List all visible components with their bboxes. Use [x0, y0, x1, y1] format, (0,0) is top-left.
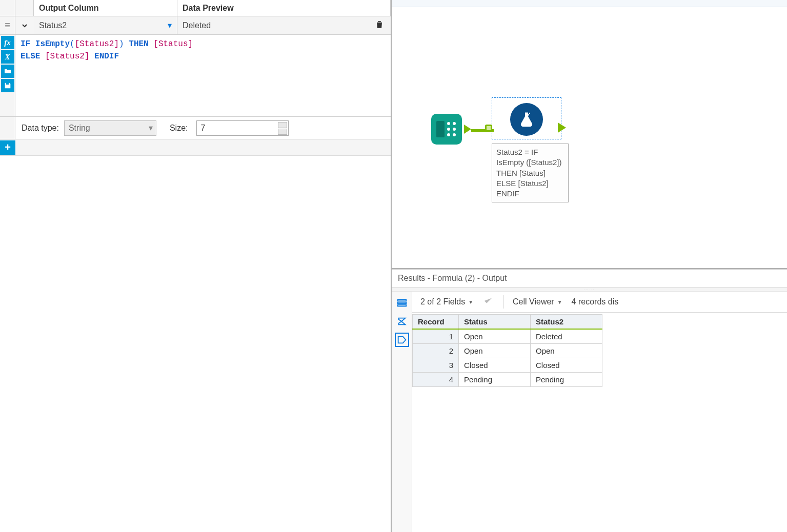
collapse-toggle[interactable]	[15, 16, 34, 34]
sigma-icon	[396, 316, 408, 327]
cell-viewer-dropdown-icon[interactable]: ▼	[557, 299, 562, 305]
output-anchor[interactable]	[558, 122, 566, 133]
data-type-select[interactable]: String ▾	[64, 120, 156, 136]
check-icon	[482, 295, 494, 306]
column-header[interactable]: Status2	[531, 315, 602, 330]
input-tool-icon	[431, 114, 462, 145]
svg-rect-2	[397, 300, 406, 301]
add-expression-row: +	[0, 139, 391, 156]
size-input[interactable]: 7	[196, 120, 289, 136]
data-type-value: String	[69, 124, 90, 133]
results-toolbar: 2 of 2 Fields ▼ Cell Viewer ▼ 4 records …	[412, 292, 787, 313]
table-row[interactable]: 3ClosedClosed	[413, 358, 602, 373]
column-header[interactable]: Record	[413, 315, 459, 330]
formula-tool-node[interactable]: Status2 = IF IsEmpty ([Status2]) THEN [S…	[492, 97, 569, 202]
table-row[interactable]: 1OpenDeleted	[413, 329, 602, 344]
workflow-canvas[interactable]: Status2 = IF IsEmpty ([Status2]) THEN [S…	[392, 0, 787, 269]
formula-editor-row: fx X IF IsEmpty([Status2]) THEN [Status]…	[0, 35, 391, 117]
size-label: Size:	[164, 124, 193, 133]
config-value-row: ≡ Status2 ▾ Deleted	[0, 16, 391, 35]
dropdown-arrow-icon: ▾	[149, 123, 153, 133]
trash-icon	[374, 19, 385, 30]
results-view-output-button[interactable]	[395, 333, 409, 347]
table-cell[interactable]: 2	[413, 344, 459, 358]
table-cell[interactable]: Open	[531, 344, 602, 358]
chevron-down-icon	[21, 22, 29, 30]
table-row[interactable]: 4PendingPending	[413, 373, 602, 387]
table-cell[interactable]: Pending	[531, 373, 602, 387]
results-view-rows-button[interactable]	[395, 296, 409, 310]
data-preview-value-cell: Deleted	[177, 16, 391, 34]
output-anchor[interactable]	[464, 125, 471, 134]
fields-summary[interactable]: 2 of 2 Fields	[420, 297, 465, 306]
svg-point-1	[529, 113, 530, 114]
save-button[interactable]	[1, 79, 14, 92]
tool-annotation: Status2 = IF IsEmpty ([Status2]) THEN [S…	[492, 144, 569, 202]
row-menu-icon[interactable]: ≡	[0, 16, 15, 34]
output-column-value: Status2	[39, 21, 67, 30]
rows-icon	[396, 297, 408, 309]
delete-button[interactable]	[374, 19, 385, 32]
results-title: Results - Formula (2) - Output	[392, 270, 787, 288]
folder-open-icon	[4, 67, 12, 75]
column-header[interactable]: Status	[459, 315, 531, 330]
results-grip-handle[interactable]: ······	[392, 288, 787, 292]
records-summary: 4 records dis	[572, 297, 619, 306]
data-type-row: Data type: String ▾ Size: 7	[0, 117, 391, 139]
fields-dropdown-icon[interactable]: ▼	[468, 299, 473, 305]
output-column-select[interactable]: Status2 ▾	[34, 16, 177, 34]
header-output-column: Output Column	[34, 0, 177, 16]
table-cell[interactable]: Pending	[459, 373, 531, 387]
editor-toolbar: fx X	[0, 35, 15, 116]
output-anchor-icon	[396, 334, 408, 345]
table-cell[interactable]: Open	[459, 329, 531, 344]
table-cell[interactable]: Deleted	[531, 329, 602, 344]
table-cell[interactable]: Closed	[531, 358, 602, 373]
flask-icon	[517, 110, 536, 129]
open-folder-button[interactable]	[1, 65, 14, 78]
add-expression-button[interactable]: +	[0, 140, 15, 155]
save-icon	[4, 81, 12, 90]
formula-tool-icon	[510, 103, 543, 136]
size-value: 7	[201, 124, 206, 133]
results-panel: Results - Formula (2) - Output ······	[392, 269, 787, 532]
table-row[interactable]: 2OpenOpen	[413, 344, 602, 358]
svg-rect-4	[397, 305, 406, 306]
right-panel: Status2 = IF IsEmpty ([Status2]) THEN [S…	[392, 0, 787, 532]
table-cell[interactable]: Open	[459, 344, 531, 358]
data-type-label: Data type:	[15, 124, 64, 133]
data-preview-value: Deleted	[183, 21, 211, 30]
apply-check-button[interactable]	[482, 295, 494, 309]
cell-viewer-label[interactable]: Cell Viewer	[513, 297, 554, 306]
results-sidebar	[392, 292, 412, 532]
svg-rect-3	[397, 302, 406, 304]
x-variables-button[interactable]: X	[1, 50, 14, 64]
table-cell[interactable]: 1	[413, 329, 459, 344]
svg-point-0	[527, 114, 529, 116]
toolbar-separator	[503, 295, 503, 309]
header-data-preview: Data Preview	[177, 0, 391, 16]
config-header-row: Output Column Data Preview	[0, 0, 391, 16]
input-tool-node[interactable]	[430, 113, 463, 146]
formula-expression-editor[interactable]: IF IsEmpty([Status2]) THEN [Status] ELSE…	[15, 35, 391, 116]
size-spinner[interactable]	[278, 122, 287, 135]
type-gutter	[0, 117, 15, 139]
formula-config-panel: Output Column Data Preview ≡ Status2 ▾ D…	[0, 0, 392, 532]
table-cell[interactable]: Closed	[459, 358, 531, 373]
config-gutter-2	[15, 0, 34, 16]
results-view-sum-button[interactable]	[395, 314, 409, 329]
config-gutter-1	[0, 0, 15, 16]
input-anchor[interactable]	[485, 125, 492, 132]
results-table[interactable]: RecordStatusStatus21OpenDeleted2OpenOpen…	[412, 314, 602, 387]
dropdown-arrow-icon: ▾	[168, 21, 172, 30]
canvas-ruler	[392, 0, 787, 7]
fx-functions-button[interactable]: fx	[1, 36, 14, 49]
table-cell[interactable]: 3	[413, 358, 459, 373]
table-cell[interactable]: 4	[413, 373, 459, 387]
